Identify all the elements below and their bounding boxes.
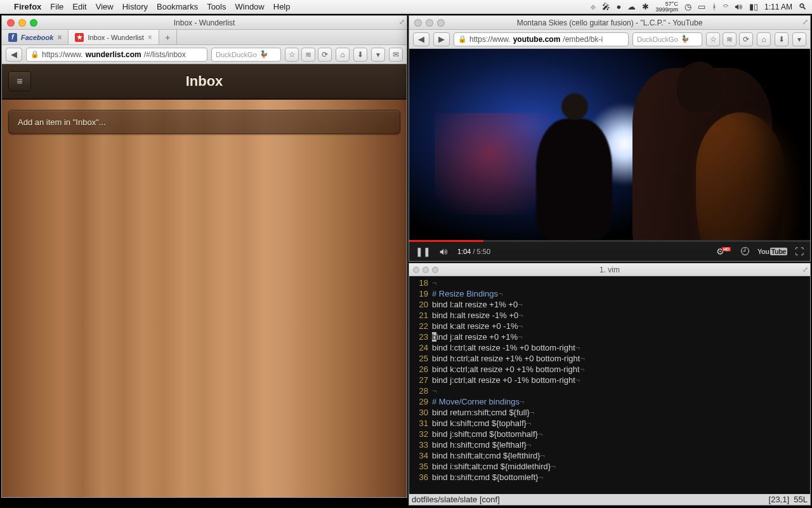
- wifi-icon[interactable]: ⌔: [723, 2, 728, 11]
- clock[interactable]: 1:11 AM: [764, 3, 792, 11]
- close-button[interactable]: [413, 267, 419, 273]
- tab-label: Facebook: [21, 34, 53, 41]
- firefox-window-wunderlist: Inbox - Wunderlist ⤢ f Facebook × ★ Inbo…: [1, 15, 407, 498]
- search-field[interactable]: DuckDuckGo 🦆: [211, 48, 281, 62]
- tab-facebook[interactable]: f Facebook ×: [2, 30, 69, 44]
- page-title: Inbox: [186, 73, 223, 90]
- tab-wunderlist[interactable]: ★ Inbox - Wunderlist ×: [69, 30, 159, 44]
- zoom-button[interactable]: [30, 19, 37, 27]
- menu-bookmarks[interactable]: Bookmarks: [157, 2, 198, 11]
- menu-view[interactable]: View: [96, 2, 114, 11]
- menu-help[interactable]: Help: [273, 2, 291, 11]
- feed-icon[interactable]: ≋: [301, 48, 315, 62]
- progress-bar[interactable]: [409, 240, 810, 242]
- volume-icon[interactable]: 🔊︎: [735, 2, 743, 11]
- battery-icon[interactable]: ▮▯: [749, 2, 758, 11]
- titlebar[interactable]: Inbox - Wunderlist ⤢: [2, 16, 407, 30]
- spotlight-icon[interactable]: 🔍︎: [799, 2, 807, 11]
- url-host: youtube.com: [513, 35, 561, 44]
- bluetooth-icon[interactable]: ᚼ: [712, 2, 717, 11]
- duckduckgo-icon: 🦆: [681, 35, 690, 43]
- expand-icon[interactable]: ⤢: [802, 18, 808, 26]
- mic-icon[interactable]: 🎤︎: [602, 2, 610, 11]
- youtube-logo-icon[interactable]: YouTube: [757, 248, 787, 255]
- zoom-button[interactable]: [432, 267, 438, 273]
- hat-icon[interactable]: ●: [617, 2, 622, 11]
- menu-history[interactable]: History: [122, 2, 148, 11]
- window-title: Montana Skies (cello guitar fusion) - "L…: [409, 18, 810, 27]
- hamburger-menu-icon[interactable]: ≡: [8, 71, 31, 91]
- close-button[interactable]: [414, 19, 422, 27]
- search-engine-label: DuckDuckGo: [216, 51, 257, 58]
- macos-menubar: Firefox File Edit View History Bookmarks…: [0, 0, 812, 14]
- home-button[interactable]: ⌂: [336, 48, 350, 62]
- duckduckgo-icon: 🦆: [259, 50, 268, 58]
- fullscreen-icon[interactable]: ⛶: [795, 246, 804, 257]
- minimize-button[interactable]: [18, 19, 26, 27]
- menu-window[interactable]: Window: [235, 2, 265, 11]
- search-engine-label: DuckDuckGo: [637, 36, 678, 43]
- add-item-input[interactable]: Add an item in "Inbox"...: [8, 110, 400, 134]
- titlebar[interactable]: 1. vim ⤢: [409, 264, 810, 276]
- menu-edit[interactable]: Edit: [72, 2, 86, 11]
- pocket-button[interactable]: ▾: [371, 48, 385, 62]
- terminal-window: 1. vim ⤢ 18¬19# Resize Bindings¬20bind l…: [409, 263, 811, 505]
- expand-icon[interactable]: ⤢: [802, 265, 808, 274]
- new-tab-button[interactable]: +: [159, 30, 177, 44]
- mail-button[interactable]: ✉: [389, 48, 403, 62]
- lock-icon: 🔒: [458, 35, 467, 43]
- menu-tools[interactable]: Tools: [207, 2, 226, 11]
- firefox-window-youtube: Montana Skies (cello guitar fusion) - "L…: [409, 15, 811, 262]
- pocket-button[interactable]: ▾: [792, 32, 806, 46]
- forward-button[interactable]: ▶: [433, 32, 450, 46]
- close-button[interactable]: [7, 19, 15, 27]
- placeholder-text: Add an item in "Inbox"...: [18, 117, 106, 127]
- bookmark-star-icon[interactable]: ☆: [285, 48, 299, 62]
- back-button[interactable]: ◀: [413, 32, 429, 46]
- vim-status-line: dotfiles/slate/slate [conf][23,1] 55L: [409, 494, 810, 505]
- downloads-button[interactable]: ⬇: [353, 48, 367, 62]
- titlebar[interactable]: Montana Skies (cello guitar fusion) - "L…: [409, 16, 810, 30]
- window-title: Inbox - Wunderlist: [2, 18, 407, 27]
- player-controls: ❚❚ 🔊︎ 1:04 / 5:50 ⚙HD 🕘︎ YouTube ⛶: [409, 242, 810, 261]
- minimize-button[interactable]: [422, 267, 429, 273]
- display-icon[interactable]: ▭: [698, 2, 705, 11]
- back-button[interactable]: ◀: [6, 48, 22, 62]
- facebook-favicon-icon: f: [8, 33, 17, 42]
- close-tab-icon[interactable]: ×: [57, 33, 62, 42]
- url-path: /embed/bk-i: [563, 35, 603, 44]
- youtube-player: ❚❚ 🔊︎ 1:04 / 5:50 ⚙HD 🕘︎ YouTube ⛶: [409, 49, 810, 261]
- close-tab-icon[interactable]: ×: [148, 33, 152, 42]
- expand-icon[interactable]: ⤢: [399, 18, 405, 26]
- lock-icon: 🔒: [30, 50, 39, 58]
- tab-label: Inbox - Wunderlist: [88, 34, 143, 41]
- reload-icon[interactable]: ⟳: [739, 32, 753, 46]
- fan-icon[interactable]: ✱: [642, 2, 649, 11]
- url-field[interactable]: 🔒 https://www.wunderlist.com/#/lists/inb…: [26, 48, 207, 62]
- progress-fill: [409, 240, 483, 242]
- time-display: 1:04 / 5:50: [457, 248, 490, 255]
- zoom-button[interactable]: [437, 19, 445, 27]
- cloud-icon[interactable]: ☁: [627, 2, 636, 11]
- video-area[interactable]: [409, 49, 810, 240]
- volume-icon[interactable]: 🔊︎: [440, 246, 449, 257]
- settings-gear-icon[interactable]: ⚙HD: [716, 246, 733, 257]
- url-path: /#/lists/inbox: [144, 50, 186, 59]
- url-prefix: https://www.: [469, 35, 511, 44]
- watch-later-icon[interactable]: 🕘︎: [741, 246, 750, 257]
- minimize-button[interactable]: [426, 19, 433, 27]
- app-menu[interactable]: Firefox: [14, 2, 41, 11]
- search-field[interactable]: DuckDuckGo 🦆: [632, 32, 702, 46]
- home-button[interactable]: ⌂: [757, 32, 771, 46]
- downloads-button[interactable]: ⬇: [775, 32, 789, 46]
- dropbox-icon[interactable]: ⟐: [591, 2, 596, 11]
- reload-icon[interactable]: ⟳: [318, 48, 332, 62]
- pause-button[interactable]: ❚❚: [416, 246, 431, 257]
- menu-file[interactable]: File: [50, 2, 63, 11]
- bookmark-star-icon[interactable]: ☆: [706, 32, 720, 46]
- feed-icon[interactable]: ≋: [723, 32, 737, 46]
- terminal-content[interactable]: 18¬19# Resize Bindings¬20bind l:alt resi…: [409, 276, 810, 505]
- window-title: 1. vim: [409, 265, 810, 274]
- sync-icon[interactable]: ◷: [684, 2, 691, 11]
- url-field[interactable]: 🔒 https://www.youtube.com/embed/bk-i: [454, 32, 629, 46]
